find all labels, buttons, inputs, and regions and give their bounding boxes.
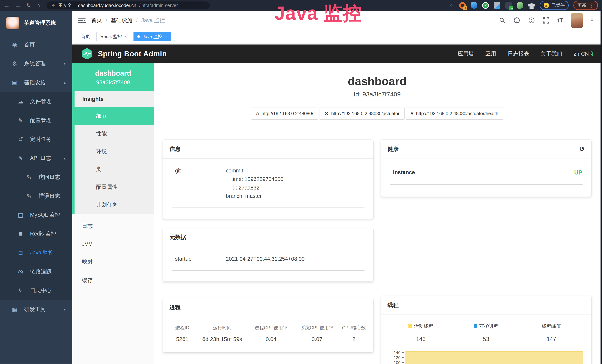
chevron-down-icon: ⤵ bbox=[591, 51, 593, 57]
sba-locale-select[interactable]: zh-CN ⤵ bbox=[574, 51, 593, 57]
font-size-icon[interactable]: tT bbox=[558, 17, 563, 24]
help-icon[interactable]: ? bbox=[528, 17, 535, 24]
row-divider bbox=[172, 270, 365, 271]
browser-menu-icon[interactable]: ⋮ bbox=[589, 3, 594, 8]
sba-item-mappings[interactable]: 映射 bbox=[72, 253, 154, 271]
sidebar-item-mysql-monitor[interactable]: ▤ MySQL 监控 bbox=[0, 205, 72, 224]
bookmark-star-icon[interactable]: ☆ bbox=[449, 2, 454, 9]
search-icon[interactable] bbox=[499, 17, 505, 23]
sba-item-caches[interactable]: 缓存 bbox=[72, 271, 154, 290]
health-instance-label: Instance bbox=[388, 168, 415, 177]
sba-nav-applications[interactable]: 应用 bbox=[485, 50, 496, 57]
chrome-update-button[interactable]: 更新 ⋮ bbox=[573, 1, 598, 10]
info-key: git bbox=[170, 167, 226, 201]
admin-sidebar: 芋道管理系统 ◉ 首页 ⚙ 系统管理 ▾ ▣ 基础设施 ▴ ☁ 文件管理 bbox=[0, 11, 72, 364]
history-icon[interactable]: ↺ bbox=[579, 145, 585, 153]
sidebar-item-tracing[interactable]: ◎ 链路追踪 bbox=[0, 262, 72, 281]
instance-links: ⌂ http://192.168.0.2:48080/ ⚒ http://192… bbox=[163, 107, 592, 120]
breadcrumb-infrastructure[interactable]: 基础设施 bbox=[111, 17, 132, 24]
sba-nav-wallboard[interactable]: 应用墙 bbox=[458, 50, 474, 57]
extension-icon-leaf[interactable] bbox=[517, 2, 523, 9]
process-table-values: 5261 6d 23h 15m 59s 0.04 0.07 2 bbox=[168, 336, 368, 342]
home-icon[interactable]: ⌂ bbox=[36, 3, 40, 8]
avatar-caret-icon[interactable]: ▾ bbox=[591, 18, 593, 23]
actuator-url-button[interactable]: ⚒ http://192.168.0.2:48080/actuator bbox=[319, 107, 405, 120]
sidebar-item-api-logs[interactable]: ✎ API 日志 ▴ bbox=[0, 149, 72, 168]
sidebar-item-label: 配置管理 bbox=[30, 117, 52, 124]
extension-icon-orange[interactable]: 1 bbox=[459, 2, 466, 9]
profile-emoji-icon bbox=[544, 3, 549, 8]
row-divider bbox=[172, 207, 365, 208]
tag-home[interactable]: 首页 bbox=[77, 32, 94, 41]
tag-close-icon[interactable]: × bbox=[165, 34, 167, 39]
sba-item-logs[interactable]: 日志 bbox=[72, 217, 154, 235]
breadcrumb-home[interactable]: 首页 bbox=[91, 17, 102, 24]
tag-redis-monitor[interactable]: Redis 监控 × bbox=[97, 32, 131, 41]
sba-item-config-props[interactable]: 配置属性 bbox=[75, 178, 154, 196]
threads-chart: 140 120 100 bbox=[388, 350, 584, 364]
sba-item-details[interactable]: 细节 bbox=[75, 107, 154, 125]
sidebar-item-label: Redis 监控 bbox=[30, 230, 56, 237]
sidebar-item-label: 研发工具 bbox=[24, 306, 46, 313]
reload-icon[interactable]: ↻ bbox=[26, 3, 31, 8]
edit-icon: ✎ bbox=[17, 117, 24, 124]
sba-item-classes[interactable]: 类 bbox=[75, 161, 154, 178]
fullscreen-icon[interactable] bbox=[543, 17, 549, 23]
sidebar-item-config-mgmt[interactable]: ✎ 配置管理 bbox=[0, 111, 72, 130]
extension-icon-pin[interactable] bbox=[471, 2, 477, 9]
sidebar-item-label: 首页 bbox=[24, 41, 35, 48]
sidebar-item-system-mgmt[interactable]: ⚙ 系统管理 ▾ bbox=[0, 54, 72, 73]
forward-icon[interactable]: → bbox=[15, 3, 21, 8]
sba-item-jvm[interactable]: JVM bbox=[72, 235, 154, 253]
sidebar-item-scheduled-jobs[interactable]: ↺ 定时任务 bbox=[0, 130, 72, 149]
chevron-up-icon: ▴ bbox=[64, 156, 66, 161]
app-logo-row[interactable]: 芋道管理系统 bbox=[0, 11, 72, 35]
threads-chart-y-axis: 140 120 100 bbox=[388, 350, 405, 364]
sidebar-item-dev-tools[interactable]: ▦ 研发工具 ▾ bbox=[0, 300, 72, 319]
tag-close-icon[interactable]: × bbox=[124, 34, 127, 39]
table-icon: ▤ bbox=[17, 212, 24, 218]
github-icon[interactable] bbox=[513, 17, 520, 24]
instance-header[interactable]: dashboard 93a3fc7f7409 bbox=[72, 63, 154, 91]
sba-nav-journal[interactable]: 日志报表 bbox=[508, 50, 529, 57]
live-threads-label: 活动线程 bbox=[414, 323, 433, 330]
sidebar-item-log-center[interactable]: ✎ 日志中心 bbox=[0, 281, 72, 300]
sidebar-item-label: 文件管理 bbox=[30, 98, 52, 105]
sidebar-item-file-mgmt[interactable]: ☁ 文件管理 bbox=[0, 92, 72, 111]
threads-legend: 活动线程 守护进程 线程峰值 bbox=[388, 323, 584, 330]
extension-icon-green-circle[interactable]: ✓ bbox=[482, 2, 489, 9]
sba-nav-about[interactable]: 关于我们 bbox=[541, 50, 562, 57]
app-title: 芋道管理系统 bbox=[24, 19, 56, 27]
sidebar-item-error-logs[interactable]: ✎ 错误日志 bbox=[0, 187, 72, 205]
sidebar-item-label: 链路追踪 bbox=[30, 268, 52, 275]
sidebar-item-java-monitor[interactable]: ⊡ Java 监控 bbox=[0, 243, 72, 262]
tag-java-monitor[interactable]: Java 监控 × bbox=[133, 32, 171, 41]
daemon-threads-label: 守护进程 bbox=[479, 323, 499, 330]
sidebar-item-infrastructure[interactable]: ▣ 基础设施 ▴ bbox=[0, 73, 72, 92]
address-bar[interactable]: ⚠ 不安全 dashboard.yudao.iocoder.cn/infra/a… bbox=[46, 1, 210, 9]
hamburger-icon[interactable] bbox=[78, 17, 86, 23]
sidebar-item-redis-monitor[interactable]: ≣ Redis 监控 bbox=[0, 224, 72, 243]
sidebar-item-home[interactable]: ◉ 首页 bbox=[0, 35, 72, 54]
row-divider bbox=[390, 184, 582, 185]
service-url-button[interactable]: ⌂ http://192.168.0.2:48080/ bbox=[251, 107, 318, 120]
sidebar-item-access-logs[interactable]: ✎ 访问日志 bbox=[0, 168, 72, 187]
sba-item-metrics[interactable]: 性能 bbox=[75, 125, 154, 143]
profile-paused-pill[interactable]: 已暂停 bbox=[540, 1, 569, 10]
home-icon: ⌂ bbox=[256, 111, 259, 117]
sba-item-scheduled-tasks[interactable]: 计划任务 bbox=[75, 196, 154, 214]
process-cpu-usage: 0.04 bbox=[248, 336, 294, 342]
extension-icon-grid[interactable] bbox=[494, 2, 500, 9]
breadcrumb: 首页 / 基础设施 / Java 监控 bbox=[91, 17, 165, 24]
sidebar-item-label: API 日志 bbox=[30, 154, 51, 162]
back-icon[interactable]: ← bbox=[4, 3, 10, 8]
user-avatar[interactable] bbox=[571, 13, 583, 28]
metadata-value: 2021-04-27T00:44:31.254+08:00 bbox=[226, 255, 305, 263]
extension-icon-switch[interactable]: on bbox=[505, 2, 512, 9]
sba-item-environment[interactable]: 环境 bbox=[75, 143, 154, 161]
sidebar-item-label: 基础设施 bbox=[24, 79, 46, 86]
sidebar-item-label: 错误日志 bbox=[39, 192, 60, 200]
extensions-puzzle-icon[interactable] bbox=[528, 2, 535, 9]
sidebar-item-label: 定时任务 bbox=[30, 136, 52, 143]
health-url-button[interactable]: ♥ http://192.168.0.2:48080/actuator/heal… bbox=[406, 107, 503, 120]
